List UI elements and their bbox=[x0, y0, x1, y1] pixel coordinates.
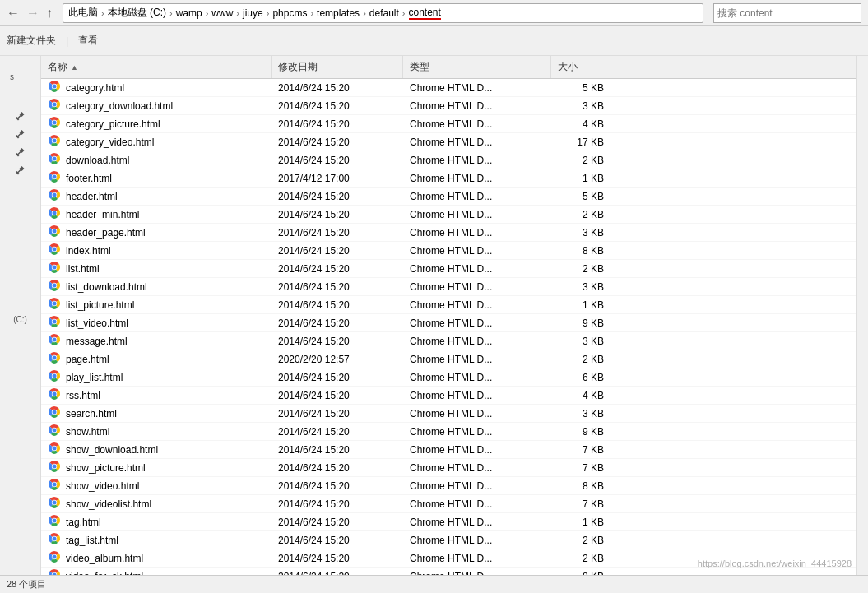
svg-point-47 bbox=[53, 356, 57, 360]
svg-point-5 bbox=[53, 103, 57, 107]
file-type: Chrome HTML D... bbox=[403, 100, 551, 112]
up-icon[interactable]: ↑ bbox=[46, 6, 53, 21]
col-header-date[interactable]: 修改日期 bbox=[272, 56, 403, 78]
file-name: message.html bbox=[66, 336, 128, 347]
svg-point-62 bbox=[53, 447, 57, 451]
chrome-icon bbox=[48, 442, 61, 457]
breadcrumb-content[interactable]: content bbox=[409, 7, 441, 20]
table-row[interactable]: message.html2014/6/24 15:20Chrome HTML D… bbox=[41, 332, 856, 350]
right-panel bbox=[856, 56, 868, 593]
svg-point-26 bbox=[53, 229, 57, 234]
table-row[interactable]: show.html2014/6/24 15:20Chrome HTML D...… bbox=[41, 423, 856, 441]
breadcrumb-templates[interactable]: templates bbox=[317, 7, 360, 19]
table-row[interactable]: page.html2020/2/20 12:57Chrome HTML D...… bbox=[41, 350, 856, 368]
file-name: video_album.html bbox=[66, 553, 143, 564]
file-name-cell: list_picture.html bbox=[41, 297, 272, 313]
chrome-icon bbox=[48, 206, 61, 222]
search-input[interactable] bbox=[713, 3, 861, 23]
breadcrumb-www[interactable]: www bbox=[211, 7, 233, 19]
table-row[interactable]: show_videolist.html2014/6/24 15:20Chrome… bbox=[41, 495, 856, 513]
breadcrumb-drive[interactable]: 本地磁盘 (C:) bbox=[108, 6, 166, 20]
file-size: 2 KB bbox=[551, 263, 617, 275]
chrome-icon bbox=[48, 351, 61, 367]
file-size: 5 KB bbox=[551, 191, 617, 202]
file-name-cell: show.html bbox=[41, 424, 272, 439]
file-date: 2014/6/24 15:20 bbox=[272, 426, 403, 438]
file-name: search.html bbox=[66, 408, 117, 419]
table-row[interactable]: header_page.html2014/6/24 15:20Chrome HT… bbox=[41, 224, 856, 242]
file-type: Chrome HTML D... bbox=[403, 535, 551, 546]
table-row[interactable]: download.html2014/6/24 15:20Chrome HTML … bbox=[41, 151, 856, 169]
file-name: category_download.html bbox=[66, 100, 173, 112]
svg-point-50 bbox=[53, 374, 57, 378]
file-name-cell: page.html bbox=[41, 351, 272, 367]
table-row[interactable]: category_picture.html2014/6/24 15:20Chro… bbox=[41, 115, 856, 133]
breadcrumb-jiuye[interactable]: jiuye bbox=[243, 7, 263, 19]
chrome-icon bbox=[48, 134, 61, 150]
svg-point-65 bbox=[53, 465, 57, 469]
toolbar-view[interactable]: 查看 bbox=[78, 34, 98, 48]
pin-icon-1[interactable] bbox=[14, 111, 27, 124]
file-size: 2 KB bbox=[551, 535, 617, 546]
table-row[interactable]: rss.html2014/6/24 15:20Chrome HTML D...4… bbox=[41, 387, 856, 405]
file-type: Chrome HTML D... bbox=[403, 462, 551, 474]
column-headers: 名称 ▲ 修改日期 类型 大小 bbox=[41, 56, 856, 79]
file-size: 4 KB bbox=[551, 118, 617, 130]
svg-point-68 bbox=[53, 483, 57, 487]
file-name: show_videolist.html bbox=[66, 498, 151, 510]
file-date: 2014/6/24 15:20 bbox=[272, 137, 403, 148]
table-row[interactable]: header_min.html2014/6/24 15:20Chrome HTM… bbox=[41, 206, 856, 224]
breadcrumb-phpcms[interactable]: phpcms bbox=[272, 7, 307, 19]
file-date: 2014/6/24 15:20 bbox=[272, 100, 403, 112]
pin-icon-4[interactable] bbox=[14, 165, 27, 178]
breadcrumb-default[interactable]: default bbox=[369, 7, 399, 19]
breadcrumb[interactable]: 此电脑 › 本地磁盘 (C:) › wamp › www › jiuye › p… bbox=[63, 3, 703, 23]
file-size: 3 KB bbox=[551, 336, 617, 347]
toolbar-new-folder[interactable]: 新建文件夹 bbox=[7, 34, 56, 48]
table-row[interactable]: list.html2014/6/24 15:20Chrome HTML D...… bbox=[41, 260, 856, 278]
file-name: show.html bbox=[66, 426, 109, 438]
file-name-cell: list_download.html bbox=[41, 279, 272, 294]
file-name: category.html bbox=[66, 82, 124, 94]
table-row[interactable]: show_download.html2014/6/24 15:20Chrome … bbox=[41, 441, 856, 459]
file-list-container[interactable]: 名称 ▲ 修改日期 类型 大小 category.html2014/6/ bbox=[41, 56, 856, 593]
file-name: category_video.html bbox=[66, 137, 154, 148]
table-row[interactable]: play_list.html2014/6/24 15:20Chrome HTML… bbox=[41, 368, 856, 387]
svg-point-29 bbox=[53, 248, 57, 252]
breadcrumb-pc[interactable]: 此电脑 bbox=[68, 6, 98, 20]
file-size: 2 KB bbox=[551, 553, 617, 564]
table-row[interactable]: list_download.html2014/6/24 15:20Chrome … bbox=[41, 278, 856, 296]
table-row[interactable]: category.html2014/6/24 15:20Chrome HTML … bbox=[41, 79, 856, 97]
col-header-type[interactable]: 类型 bbox=[403, 56, 551, 78]
file-date: 2014/6/24 15:20 bbox=[272, 118, 403, 130]
table-row[interactable]: category_download.html2014/6/24 15:20Chr… bbox=[41, 97, 856, 115]
table-row[interactable]: footer.html2017/4/12 17:00Chrome HTML D.… bbox=[41, 169, 856, 188]
pin-icon-2[interactable] bbox=[14, 129, 27, 142]
pin-icon-3[interactable] bbox=[14, 147, 27, 160]
table-row[interactable]: tag.html2014/6/24 15:20Chrome HTML D...1… bbox=[41, 513, 856, 531]
table-row[interactable]: header.html2014/6/24 15:20Chrome HTML D.… bbox=[41, 188, 856, 206]
table-row[interactable]: tag_list.html2014/6/24 15:20Chrome HTML … bbox=[41, 531, 856, 549]
col-header-name[interactable]: 名称 ▲ bbox=[41, 56, 272, 78]
back-icon[interactable]: ← bbox=[7, 6, 20, 21]
file-type: Chrome HTML D... bbox=[403, 263, 551, 275]
file-name: tag_list.html bbox=[66, 535, 118, 546]
table-row[interactable]: show_video.html2014/6/24 15:20Chrome HTM… bbox=[41, 477, 856, 495]
file-date: 2014/6/24 15:20 bbox=[272, 462, 403, 474]
file-name: index.html bbox=[66, 245, 111, 257]
col-header-size[interactable]: 大小 bbox=[551, 56, 617, 78]
file-type: Chrome HTML D... bbox=[403, 82, 551, 94]
table-row[interactable]: show_picture.html2014/6/24 15:20Chrome H… bbox=[41, 459, 856, 477]
chrome-icon bbox=[48, 369, 61, 385]
svg-point-53 bbox=[53, 392, 57, 396]
breadcrumb-wamp[interactable]: wamp bbox=[176, 7, 202, 19]
table-row[interactable]: list_video.html2014/6/24 15:20Chrome HTM… bbox=[41, 314, 856, 332]
file-name-cell: download.html bbox=[41, 152, 272, 168]
table-row[interactable]: category_video.html2014/6/24 15:20Chrome… bbox=[41, 133, 856, 151]
table-row[interactable]: index.html2014/6/24 15:20Chrome HTML D..… bbox=[41, 242, 856, 260]
table-row[interactable]: search.html2014/6/24 15:20Chrome HTML D.… bbox=[41, 405, 856, 423]
table-row[interactable]: list_picture.html2014/6/24 15:20Chrome H… bbox=[41, 296, 856, 314]
file-size: 6 KB bbox=[551, 372, 617, 383]
file-type: Chrome HTML D... bbox=[403, 517, 551, 528]
forward-icon[interactable]: → bbox=[26, 6, 39, 21]
